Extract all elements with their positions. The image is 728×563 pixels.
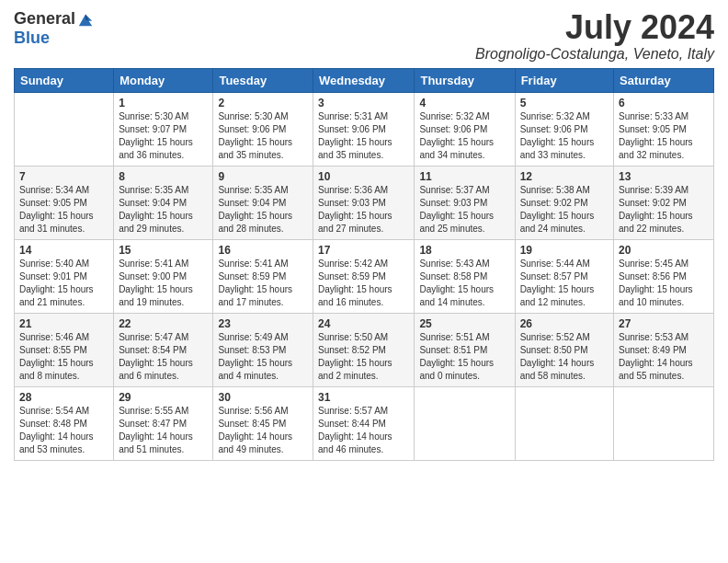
- day-number: 25: [419, 317, 509, 330]
- calendar-cell: 7Sunrise: 5:34 AM Sunset: 9:05 PM Daylig…: [15, 166, 114, 239]
- day-number: 14: [19, 244, 108, 257]
- day-info: Sunrise: 5:35 AM Sunset: 9:04 PM Dayligh…: [119, 184, 208, 236]
- day-info: Sunrise: 5:32 AM Sunset: 9:06 PM Dayligh…: [520, 110, 609, 162]
- calendar-cell: 22Sunrise: 5:47 AM Sunset: 8:54 PM Dayli…: [114, 313, 213, 386]
- calendar-cell: 16Sunrise: 5:41 AM Sunset: 8:59 PM Dayli…: [213, 239, 313, 313]
- day-info: Sunrise: 5:47 AM Sunset: 8:54 PM Dayligh…: [119, 331, 208, 383]
- calendar-week-row: 1Sunrise: 5:30 AM Sunset: 9:07 PM Daylig…: [15, 92, 714, 166]
- day-number: 15: [119, 244, 208, 257]
- day-number: 5: [520, 97, 609, 109]
- calendar-cell: 11Sunrise: 5:37 AM Sunset: 9:03 PM Dayli…: [415, 166, 515, 239]
- day-number: 28: [19, 391, 108, 404]
- calendar-cell: [415, 386, 515, 460]
- day-number: 8: [119, 170, 208, 183]
- calendar-week-row: 28Sunrise: 5:54 AM Sunset: 8:48 PM Dayli…: [15, 386, 714, 460]
- logo-blue-text: Blue: [14, 29, 50, 48]
- day-number: 1: [119, 97, 208, 109]
- day-header-monday: Monday: [114, 68, 213, 92]
- calendar-cell: 13Sunrise: 5:39 AM Sunset: 9:02 PM Dayli…: [614, 166, 714, 239]
- calendar-cell: 28Sunrise: 5:54 AM Sunset: 8:48 PM Dayli…: [15, 386, 114, 460]
- day-info: Sunrise: 5:53 AM Sunset: 8:49 PM Dayligh…: [619, 331, 709, 383]
- calendar-header-row: SundayMondayTuesdayWednesdayThursdayFrid…: [15, 68, 714, 92]
- day-info: Sunrise: 5:33 AM Sunset: 9:05 PM Dayligh…: [619, 110, 709, 162]
- day-number: 6: [619, 97, 709, 109]
- day-number: 20: [619, 244, 709, 257]
- calendar-cell: 21Sunrise: 5:46 AM Sunset: 8:55 PM Dayli…: [15, 313, 114, 386]
- calendar-cell: 3Sunrise: 5:31 AM Sunset: 9:06 PM Daylig…: [313, 92, 415, 166]
- calendar-cell: 31Sunrise: 5:57 AM Sunset: 8:44 PM Dayli…: [313, 386, 415, 460]
- day-info: Sunrise: 5:30 AM Sunset: 9:06 PM Dayligh…: [218, 110, 308, 162]
- day-number: 24: [318, 317, 409, 330]
- calendar-cell: [614, 386, 714, 460]
- day-number: 2: [218, 97, 308, 109]
- day-info: Sunrise: 5:39 AM Sunset: 9:02 PM Dayligh…: [619, 184, 709, 236]
- calendar-cell: 30Sunrise: 5:56 AM Sunset: 8:45 PM Dayli…: [213, 386, 313, 460]
- calendar-cell: 24Sunrise: 5:50 AM Sunset: 8:52 PM Dayli…: [313, 313, 415, 386]
- day-number: 12: [520, 170, 609, 183]
- day-number: 9: [218, 170, 308, 183]
- day-header-saturday: Saturday: [614, 68, 714, 92]
- calendar-cell: 4Sunrise: 5:32 AM Sunset: 9:06 PM Daylig…: [415, 92, 515, 166]
- calendar-cell: 9Sunrise: 5:35 AM Sunset: 9:04 PM Daylig…: [213, 166, 313, 239]
- day-info: Sunrise: 5:54 AM Sunset: 8:48 PM Dayligh…: [19, 405, 108, 456]
- location-text: Brognoligo-Costalunga, Veneto, Italy: [475, 46, 714, 63]
- day-info: Sunrise: 5:37 AM Sunset: 9:03 PM Dayligh…: [419, 184, 509, 236]
- day-number: 22: [119, 317, 208, 330]
- day-info: Sunrise: 5:30 AM Sunset: 9:07 PM Dayligh…: [119, 110, 208, 162]
- day-info: Sunrise: 5:42 AM Sunset: 8:59 PM Dayligh…: [318, 258, 409, 309]
- calendar-week-row: 7Sunrise: 5:34 AM Sunset: 9:05 PM Daylig…: [15, 166, 714, 239]
- day-number: 21: [19, 317, 108, 330]
- day-info: Sunrise: 5:46 AM Sunset: 8:55 PM Dayligh…: [19, 331, 108, 383]
- day-info: Sunrise: 5:44 AM Sunset: 8:57 PM Dayligh…: [520, 258, 609, 309]
- calendar-cell: 29Sunrise: 5:55 AM Sunset: 8:47 PM Dayli…: [114, 386, 213, 460]
- day-info: Sunrise: 5:34 AM Sunset: 9:05 PM Dayligh…: [19, 184, 108, 236]
- calendar-cell: 1Sunrise: 5:30 AM Sunset: 9:07 PM Daylig…: [114, 92, 213, 166]
- day-header-wednesday: Wednesday: [313, 68, 415, 92]
- day-info: Sunrise: 5:43 AM Sunset: 8:58 PM Dayligh…: [419, 258, 509, 309]
- day-info: Sunrise: 5:40 AM Sunset: 9:01 PM Dayligh…: [19, 258, 108, 309]
- calendar-cell: 14Sunrise: 5:40 AM Sunset: 9:01 PM Dayli…: [15, 239, 114, 313]
- day-header-thursday: Thursday: [415, 68, 515, 92]
- day-number: 26: [520, 317, 609, 330]
- day-info: Sunrise: 5:41 AM Sunset: 9:00 PM Dayligh…: [119, 258, 208, 309]
- day-number: 31: [318, 391, 409, 404]
- calendar-week-row: 14Sunrise: 5:40 AM Sunset: 9:01 PM Dayli…: [15, 239, 714, 313]
- day-info: Sunrise: 5:52 AM Sunset: 8:50 PM Dayligh…: [520, 331, 609, 383]
- day-number: 4: [419, 97, 509, 109]
- day-info: Sunrise: 5:49 AM Sunset: 8:53 PM Dayligh…: [218, 331, 308, 383]
- calendar-cell: 17Sunrise: 5:42 AM Sunset: 8:59 PM Dayli…: [313, 239, 415, 313]
- page: General Blue July 2024 Brognoligo-Costal…: [0, 0, 728, 563]
- day-number: 18: [419, 244, 509, 257]
- calendar-cell: 12Sunrise: 5:38 AM Sunset: 9:02 PM Dayli…: [515, 166, 613, 239]
- day-info: Sunrise: 5:36 AM Sunset: 9:03 PM Dayligh…: [318, 184, 409, 236]
- month-year-title: July 2024: [475, 9, 714, 46]
- day-number: 11: [419, 170, 509, 183]
- day-number: 19: [520, 244, 609, 257]
- day-info: Sunrise: 5:45 AM Sunset: 8:56 PM Dayligh…: [619, 258, 709, 309]
- day-number: 30: [218, 391, 308, 404]
- day-info: Sunrise: 5:57 AM Sunset: 8:44 PM Dayligh…: [318, 405, 409, 456]
- day-info: Sunrise: 5:56 AM Sunset: 8:45 PM Dayligh…: [218, 405, 308, 456]
- day-header-tuesday: Tuesday: [213, 68, 313, 92]
- header: General Blue July 2024 Brognoligo-Costal…: [14, 9, 714, 63]
- day-info: Sunrise: 5:51 AM Sunset: 8:51 PM Dayligh…: [419, 331, 509, 383]
- calendar-cell: 10Sunrise: 5:36 AM Sunset: 9:03 PM Dayli…: [313, 166, 415, 239]
- calendar-cell: 6Sunrise: 5:33 AM Sunset: 9:05 PM Daylig…: [614, 92, 714, 166]
- calendar-cell: 15Sunrise: 5:41 AM Sunset: 9:00 PM Dayli…: [114, 239, 213, 313]
- day-number: 23: [218, 317, 308, 330]
- calendar-week-row: 21Sunrise: 5:46 AM Sunset: 8:55 PM Dayli…: [15, 313, 714, 386]
- day-info: Sunrise: 5:50 AM Sunset: 8:52 PM Dayligh…: [318, 331, 409, 383]
- title-section: July 2024 Brognoligo-Costalunga, Veneto,…: [475, 9, 714, 63]
- logo: General Blue: [14, 9, 94, 48]
- day-header-sunday: Sunday: [15, 68, 114, 92]
- calendar-cell: 18Sunrise: 5:43 AM Sunset: 8:58 PM Dayli…: [415, 239, 515, 313]
- logo-icon: [77, 11, 94, 28]
- day-number: 29: [119, 391, 208, 404]
- day-number: 17: [318, 244, 409, 257]
- day-number: 3: [318, 97, 409, 109]
- calendar-cell: 2Sunrise: 5:30 AM Sunset: 9:06 PM Daylig…: [213, 92, 313, 166]
- calendar-table: SundayMondayTuesdayWednesdayThursdayFrid…: [14, 68, 714, 461]
- day-info: Sunrise: 5:41 AM Sunset: 8:59 PM Dayligh…: [218, 258, 308, 309]
- day-number: 10: [318, 170, 409, 183]
- day-info: Sunrise: 5:31 AM Sunset: 9:06 PM Dayligh…: [318, 110, 409, 162]
